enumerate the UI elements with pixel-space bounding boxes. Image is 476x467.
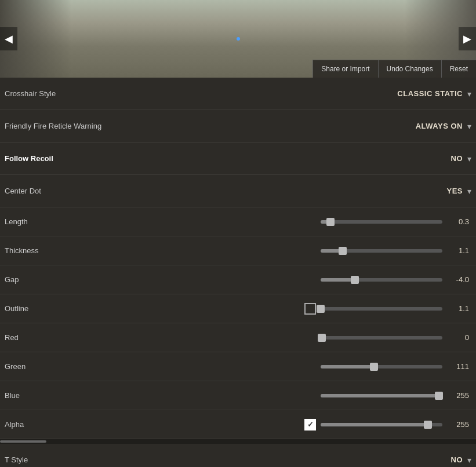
reset-button[interactable]: Reset <box>441 60 476 78</box>
chevron-left-icon: ◀ <box>5 32 13 45</box>
green-slider-area: 111 <box>321 362 471 371</box>
outline-row: Outline 1.1 <box>0 294 476 323</box>
scrollbar-thumb[interactable] <box>0 440 46 443</box>
t-style-chevron[interactable]: ▾ <box>467 455 471 465</box>
center-dot-value: YES <box>446 187 463 195</box>
green-fill <box>321 365 374 369</box>
t-style-value: NO <box>451 455 463 464</box>
red-label: Red <box>5 333 109 342</box>
friendly-fire-row: Friendly Fire Reticle Warning ALWAYS ON … <box>0 110 476 143</box>
alpha-checkbox[interactable] <box>304 419 316 430</box>
blue-value: 255 <box>447 391 471 400</box>
follow-recoil-control[interactable]: NO ▾ <box>451 154 472 163</box>
red-slider-area: 0 <box>321 333 471 342</box>
gap-fill <box>321 278 355 282</box>
length-value: 0.3 <box>447 217 471 226</box>
outline-checkbox[interactable] <box>304 303 316 315</box>
alpha-slider[interactable] <box>321 423 442 426</box>
crosshair-style-label: Crosshair Style <box>5 89 109 98</box>
alpha-fill <box>321 423 428 426</box>
share-import-button[interactable]: Share or Import <box>313 60 377 78</box>
blue-slider[interactable] <box>321 394 442 397</box>
outline-slider-area: 1.1 <box>304 303 471 315</box>
hero-actions-bar: Share or Import Undo Changes Reset <box>313 60 476 78</box>
length-thumb[interactable] <box>326 218 335 226</box>
green-row: Green 111 <box>0 352 476 381</box>
red-thumb[interactable] <box>318 334 326 342</box>
alpha-label: Alpha <box>5 420 109 429</box>
length-slider[interactable] <box>321 220 442 224</box>
blue-label: Blue <box>5 391 109 400</box>
gap-slider-area: -4.0 <box>321 275 471 284</box>
thickness-slider[interactable] <box>321 249 442 253</box>
green-value: 111 <box>447 362 471 371</box>
blue-slider-area: 255 <box>321 391 471 400</box>
center-dot-label: Center Dot <box>5 187 109 195</box>
crosshair-style-row: Crosshair Style CLASSIC STATIC ▾ <box>0 78 476 110</box>
friendly-fire-chevron[interactable]: ▾ <box>467 122 471 131</box>
center-dot-control[interactable]: YES ▾ <box>446 187 471 196</box>
alpha-thumb[interactable] <box>424 421 432 429</box>
green-slider[interactable] <box>321 365 442 369</box>
length-row: Length 0.3 <box>0 207 476 236</box>
friendly-fire-value: ALWAYS ON <box>416 122 463 130</box>
crosshair-style-chevron[interactable]: ▾ <box>467 89 471 98</box>
blue-row: Blue 255 <box>0 381 476 410</box>
center-dot-chevron[interactable]: ▾ <box>467 187 471 196</box>
outline-value: 1.1 <box>447 304 471 313</box>
thickness-thumb[interactable] <box>339 247 347 255</box>
center-dot-row: Center Dot YES ▾ <box>0 175 476 207</box>
green-thumb[interactable] <box>370 363 378 371</box>
friendly-fire-label: Friendly Fire Reticle Warning <box>5 122 109 130</box>
outline-label: Outline <box>5 304 109 313</box>
hero-preview: ◀ ▶ Share or Import Undo Changes Reset <box>0 0 476 78</box>
outline-slider[interactable] <box>321 307 442 311</box>
crosshair-style-control[interactable]: CLASSIC STATIC ▾ <box>397 89 471 98</box>
follow-recoil-row: Follow Recoil NO ▾ <box>0 143 476 175</box>
friendly-fire-control[interactable]: ALWAYS ON ▾ <box>416 122 471 131</box>
gap-slider[interactable] <box>321 278 442 282</box>
blue-thumb[interactable] <box>435 392 443 400</box>
green-label: Green <box>5 362 109 371</box>
gap-label: Gap <box>5 275 109 284</box>
thickness-row: Thickness 1.1 <box>0 236 476 265</box>
red-value: 0 <box>447 333 471 342</box>
follow-recoil-label: Follow Recoil <box>5 154 109 163</box>
settings-panel: Crosshair Style CLASSIC STATIC ▾ Friendl… <box>0 78 476 467</box>
gap-row: Gap -4.0 <box>0 265 476 294</box>
next-button[interactable]: ▶ <box>459 27 476 50</box>
alpha-row: Alpha 255 <box>0 410 476 439</box>
undo-changes-button[interactable]: Undo Changes <box>378 60 441 78</box>
t-style-control[interactable]: NO ▾ <box>451 455 472 465</box>
blue-fill <box>321 394 442 397</box>
length-label: Length <box>5 217 109 226</box>
crosshair-style-value: CLASSIC STATIC <box>397 89 463 98</box>
chevron-right-icon: ▶ <box>463 32 471 45</box>
crosshair-dot <box>237 37 240 41</box>
outline-thumb[interactable] <box>317 305 325 313</box>
red-slider[interactable] <box>321 336 442 340</box>
thickness-label: Thickness <box>5 246 109 255</box>
scrollbar[interactable] <box>0 439 476 444</box>
gap-thumb[interactable] <box>351 276 359 284</box>
t-style-label: T Style <box>5 455 109 464</box>
follow-recoil-chevron[interactable]: ▾ <box>467 154 471 163</box>
thickness-value: 1.1 <box>447 246 471 255</box>
length-slider-area: 0.3 <box>321 217 471 226</box>
t-style-row: T Style NO ▾ <box>0 444 476 467</box>
prev-button[interactable]: ◀ <box>0 27 17 50</box>
gap-value: -4.0 <box>447 275 471 284</box>
red-row: Red 0 <box>0 323 476 352</box>
alpha-value: 255 <box>447 420 471 429</box>
follow-recoil-value: NO <box>451 154 463 163</box>
thickness-slider-area: 1.1 <box>321 246 471 255</box>
alpha-slider-area: 255 <box>304 419 471 430</box>
